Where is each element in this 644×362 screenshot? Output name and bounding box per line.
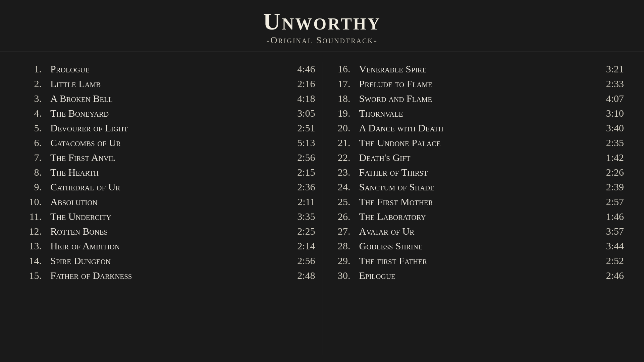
track-duration: 3:57 <box>594 226 624 237</box>
track-row[interactable]: 26.The Laboratory1:46 <box>329 209 624 224</box>
track-title: Death's Gift <box>356 152 594 163</box>
track-number: 29. <box>329 255 356 266</box>
track-row[interactable]: 15.Father of Darkness2:48 <box>20 268 315 283</box>
track-row[interactable]: 29.The first Father2:52 <box>329 254 624 268</box>
track-duration: 3:44 <box>594 240 624 252</box>
track-title: Catacombs of Ur <box>47 137 285 148</box>
track-number: 13. <box>20 240 47 252</box>
track-row[interactable]: 20.A Dance with Death3:40 <box>329 121 624 135</box>
track-title: Rotten Bones <box>47 226 285 237</box>
app-subtitle: -Original Soundtrack- <box>0 35 644 46</box>
track-list-container: 1.Prologue4:462.Little Lamb2:163.A Broke… <box>0 52 644 362</box>
track-title: Devourer of Light <box>47 122 285 134</box>
right-column: 16.Venerable Spire3:2117.Prelude to Flam… <box>329 62 624 355</box>
track-title: Epilogue <box>356 270 594 281</box>
track-row[interactable]: 27.Avatar of Ur3:57 <box>329 224 624 238</box>
track-row[interactable]: 21.The Undone Palace2:35 <box>329 136 624 150</box>
track-title: A Dance with Death <box>356 122 594 134</box>
track-row[interactable]: 12.Rotten Bones2:25 <box>20 224 315 238</box>
track-title: Sword and Flame <box>356 93 594 104</box>
track-title: Thornvale <box>356 108 594 119</box>
track-row[interactable]: 30.Epilogue2:46 <box>329 268 624 283</box>
track-duration: 3:10 <box>594 108 624 119</box>
track-title: The Laboratory <box>356 211 594 222</box>
track-row[interactable]: 23.Father of Thirst2:26 <box>329 165 624 179</box>
track-row[interactable]: 28.Godless Shrine3:44 <box>329 239 624 253</box>
track-number: 20. <box>329 122 356 134</box>
track-row[interactable]: 24.Sanctum of Shade2:39 <box>329 180 624 194</box>
track-row[interactable]: 8.The Hearth2:15 <box>20 165 315 179</box>
track-number: 15. <box>20 270 47 281</box>
track-row[interactable]: 25.The First Mother2:57 <box>329 195 624 209</box>
track-duration: 2:33 <box>594 78 624 89</box>
track-number: 3. <box>20 93 47 104</box>
track-duration: 2:36 <box>285 181 315 193</box>
track-number: 1. <box>20 63 47 75</box>
track-duration: 2:51 <box>285 122 315 134</box>
track-number: 11. <box>20 211 47 222</box>
track-duration: 2:35 <box>594 137 624 148</box>
track-number: 22. <box>329 152 356 163</box>
track-title: Father of Thirst <box>356 167 594 178</box>
track-row[interactable]: 13.Heir of Ambition2:14 <box>20 239 315 253</box>
track-number: 2. <box>20 78 47 89</box>
track-duration: 3:40 <box>594 122 624 134</box>
track-duration: 5:13 <box>285 137 315 148</box>
track-row[interactable]: 9.Cathedral of Ur2:36 <box>20 180 315 194</box>
track-title: Absolution <box>47 196 285 207</box>
track-title: Sanctum of Shade <box>356 181 594 193</box>
track-row[interactable]: 7.The First Anvil2:56 <box>20 150 315 165</box>
track-row[interactable]: 22.Death's Gift1:42 <box>329 150 624 165</box>
track-row[interactable]: 11.The Undercity3:35 <box>20 209 315 224</box>
track-duration: 2:15 <box>285 167 315 178</box>
track-number: 23. <box>329 167 356 178</box>
track-number: 28. <box>329 240 356 252</box>
track-row[interactable]: 1.Prologue4:46 <box>20 62 315 76</box>
track-number: 10. <box>20 196 47 207</box>
track-title: Heir of Ambition <box>47 240 285 252</box>
track-number: 4. <box>20 108 47 119</box>
track-row[interactable]: 5.Devourer of Light2:51 <box>20 121 315 135</box>
track-title: Prelude to Flame <box>356 78 594 89</box>
track-duration: 1:42 <box>594 152 624 163</box>
track-title: Cathedral of Ur <box>47 181 285 193</box>
track-duration: 3:35 <box>285 211 315 222</box>
track-number: 19. <box>329 108 356 119</box>
track-title: Spire Dungeon <box>47 255 285 266</box>
track-title: Prologue <box>47 63 285 75</box>
track-row[interactable]: 2.Little Lamb2:16 <box>20 77 315 91</box>
track-duration: 2:56 <box>285 255 315 266</box>
track-duration: 2:52 <box>594 255 624 266</box>
left-column: 1.Prologue4:462.Little Lamb2:163.A Broke… <box>20 62 315 355</box>
track-duration: 2:26 <box>594 167 624 178</box>
track-row[interactable]: 10.Absolution2:11 <box>20 195 315 209</box>
track-number: 24. <box>329 181 356 193</box>
track-row[interactable]: 6.Catacombs of Ur5:13 <box>20 136 315 150</box>
track-number: 27. <box>329 226 356 237</box>
track-title: Venerable Spire <box>356 63 594 75</box>
track-row[interactable]: 19.Thornvale3:10 <box>329 106 624 120</box>
track-title: The First Mother <box>356 196 594 207</box>
track-number: 30. <box>329 270 356 281</box>
track-title: The First Anvil <box>47 152 285 163</box>
track-title: Avatar of Ur <box>356 226 594 237</box>
track-title: The Hearth <box>47 167 285 178</box>
app-title: Unworthy <box>0 9 644 34</box>
track-number: 7. <box>20 152 47 163</box>
track-row[interactable]: 14.Spire Dungeon2:56 <box>20 254 315 268</box>
track-row[interactable]: 3.A Broken Bell4:18 <box>20 92 315 106</box>
track-number: 8. <box>20 167 47 178</box>
track-number: 6. <box>20 137 47 148</box>
track-duration: 1:46 <box>594 211 624 222</box>
track-title: Godless Shrine <box>356 240 594 252</box>
track-duration: 2:46 <box>594 270 624 281</box>
track-row[interactable]: 17.Prelude to Flame2:33 <box>329 77 624 91</box>
track-duration: 2:11 <box>285 196 315 207</box>
header: Unworthy -Original Soundtrack- <box>0 0 644 52</box>
column-divider <box>322 62 322 355</box>
track-number: 16. <box>329 63 356 75</box>
track-row[interactable]: 18.Sword and Flame4:07 <box>329 92 624 106</box>
track-number: 14. <box>20 255 47 266</box>
track-row[interactable]: 4.The Boneyard3:05 <box>20 106 315 120</box>
track-row[interactable]: 16.Venerable Spire3:21 <box>329 62 624 76</box>
